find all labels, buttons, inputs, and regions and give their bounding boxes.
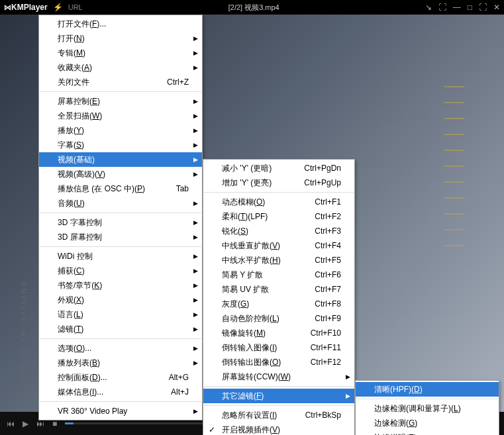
- video-menu-item-6[interactable]: 中线垂直扩散(V)Ctrl+F4: [203, 238, 354, 253]
- main-menu-item-0[interactable]: 打开文件(F)...: [39, 17, 202, 31]
- menu-shortcut: Ctrl+Z: [167, 77, 189, 87]
- fullscreen-icon[interactable]: ⛶: [479, 3, 487, 12]
- pin-icon[interactable]: ↘: [425, 3, 432, 12]
- main-menu-item-19[interactable]: 捕获(C)▶: [39, 264, 202, 278]
- menu-shortcut: Ctrl+PgUp: [304, 178, 341, 187]
- submenu-arrow-icon: ▶: [193, 142, 198, 148]
- main-menu-item-20[interactable]: 书签/章节(K)▶: [39, 278, 202, 293]
- submenu-arrow-icon: ▶: [193, 127, 198, 134]
- main-menu-item-16[interactable]: 3D 屏幕控制▶: [39, 230, 202, 244]
- menu-separator: [40, 246, 201, 247]
- video-menu-item-1[interactable]: 增加 'Y' (更亮)Ctrl+PgUp: [203, 175, 354, 190]
- main-menu-item-25[interactable]: 选项(O)...▶: [39, 341, 202, 356]
- menu-item-label: 媒体信息(I)...: [58, 387, 103, 398]
- main-menu-item-18[interactable]: WiDi 控制▶: [39, 249, 202, 264]
- video-menu-item-13[interactable]: 倒转输入图像(I)Ctrl+F11: [203, 340, 354, 355]
- menu-item-label: 简易 Y 扩散: [222, 269, 263, 281]
- menu-shortcut: Ctrl+PgDn: [304, 164, 341, 173]
- menu-item-label: 柔和(T)(LPF): [222, 211, 268, 222]
- main-menu-item-12[interactable]: 播放信息 (在 OSC 中)(P)Tab: [39, 181, 202, 196]
- video-menu-item-20[interactable]: ✓开启视频插件(V): [203, 422, 354, 435]
- main-menu-item-7[interactable]: 全景扫描(W)▶: [39, 109, 202, 123]
- menu-item-label: 灰度(G): [222, 299, 249, 310]
- video-menu-item-19[interactable]: 忽略所有设置(I)Ctrl+BkSp: [203, 408, 354, 422]
- menu-shortcut: Ctrl+F9: [315, 314, 341, 323]
- menu-item-label: 减小 'Y' (更暗): [222, 163, 272, 174]
- main-menu-item-11[interactable]: 视频(高级)(V)▶: [39, 167, 202, 181]
- side-branding: KMPlayer We All Enjoy!: [20, 282, 27, 395]
- restore-icon[interactable]: ⛶: [438, 3, 446, 12]
- play-icon[interactable]: ▶: [23, 419, 28, 428]
- minimize-icon[interactable]: —: [453, 3, 461, 12]
- menu-item-label: 中线水平扩散(H): [222, 255, 281, 266]
- filter-menu-item-0[interactable]: 清晰(HPF)(D): [356, 382, 499, 397]
- menu-item-label: 边缘增强(E): [374, 432, 417, 436]
- video-menu-item-12[interactable]: 镜像旋转(M)Ctrl+F10: [203, 326, 354, 340]
- main-menu-item-4[interactable]: 关闭文件Ctrl+Z: [39, 75, 202, 89]
- main-menu-item-28[interactable]: 媒体信息(I)...Alt+J: [39, 385, 202, 399]
- main-menu-item-30[interactable]: VR 360° Video Play▶: [39, 404, 202, 418]
- main-menu-item-10[interactable]: 视频(基础)▶: [39, 152, 202, 167]
- main-menu-item-8[interactable]: 播放(Y)▶: [39, 123, 202, 138]
- menu-shortcut: Ctrl+F5: [315, 256, 341, 265]
- submenu-arrow-icon: ▶: [193, 200, 198, 207]
- video-menu-item-9[interactable]: 简易 UV 扩散Ctrl+F7: [203, 282, 354, 297]
- video-menu-item-5[interactable]: 锐化(S)Ctrl+F3: [203, 224, 354, 238]
- main-menu-item-2[interactable]: 专辑(M)▶: [39, 46, 202, 60]
- submenu-arrow-icon: ▶: [193, 326, 198, 332]
- menu-item-label: 视频(高级)(V): [58, 169, 105, 180]
- window-controls: ↘ ⛶ — □ ⛶ ✕: [425, 3, 500, 12]
- main-menu-item-27[interactable]: 控制面板(D)...Alt+G: [39, 370, 202, 385]
- main-menu-item-23[interactable]: 滤镜(T)▶: [39, 322, 202, 336]
- video-menu-item-11[interactable]: 自动色阶控制(L)Ctrl+F9: [203, 311, 354, 326]
- url-label[interactable]: URL: [68, 3, 83, 11]
- menu-separator: [40, 338, 201, 339]
- prev-icon[interactable]: ⏮: [7, 419, 15, 428]
- maximize-icon[interactable]: □: [468, 3, 472, 12]
- video-menu-item-10[interactable]: 灰度(G)Ctrl+F8: [203, 297, 354, 311]
- video-menu-item-3[interactable]: 动态模糊(O)Ctrl+F1: [203, 195, 354, 209]
- video-menu-item-4[interactable]: 柔和(T)(LPF)Ctrl+F2: [203, 209, 354, 224]
- menu-item-label: 语言(L): [58, 309, 83, 320]
- menu-item-label: 滤镜(T): [58, 324, 83, 335]
- menu-item-label: 中线垂直扩散(V): [222, 240, 280, 252]
- window-title: [2/2] 视频3.mp4: [83, 3, 425, 13]
- main-menu-item-13[interactable]: 音频(U)▶: [39, 196, 202, 211]
- video-menu-item-14[interactable]: 倒转输出图像(O)Ctrl+F12: [203, 355, 354, 369]
- main-menu-item-3[interactable]: 收藏夹(A)▶: [39, 60, 202, 75]
- menu-item-label: 关闭文件: [58, 77, 89, 88]
- close-icon[interactable]: ✕: [493, 3, 500, 12]
- flash-icon[interactable]: ⚡: [53, 3, 63, 12]
- menu-item-label: WiDi 控制: [58, 251, 93, 262]
- menu-item-label: 增加 'Y' (更亮): [222, 177, 272, 189]
- filter-menu-item-3[interactable]: 边缘检测(G): [356, 416, 499, 430]
- menu-item-label: 外观(X): [58, 295, 84, 306]
- main-menu-item-9[interactable]: 字幕(S)▶: [39, 138, 202, 152]
- menu-item-label: 视频(基础): [58, 154, 95, 166]
- menu-shortcut: Ctrl+F1: [315, 197, 341, 207]
- filter-menu-item-4[interactable]: 边缘增强(E): [356, 430, 499, 435]
- video-menu-item-17[interactable]: 其它滤镜(F)▶: [203, 389, 354, 403]
- menu-item-label: 动态模糊(O): [222, 197, 265, 208]
- video-menu-item-7[interactable]: 中线水平扩散(H)Ctrl+F5: [203, 253, 354, 267]
- main-menu-item-22[interactable]: 语言(L)▶: [39, 307, 202, 322]
- submenu-arrow-icon: ▶: [193, 267, 198, 274]
- menu-item-label: 字幕(S): [58, 140, 84, 151]
- main-menu-item-1[interactable]: 打开(N)▶: [39, 31, 202, 46]
- menu-separator: [356, 399, 498, 399]
- video-menu-item-15[interactable]: 屏幕旋转(CCW)(W)▶: [203, 369, 354, 384]
- menu-shortcut: Ctrl+F2: [315, 212, 341, 221]
- menu-item-label: 3D 字幕控制: [58, 217, 102, 228]
- menu-item-label: 简易 UV 扩散: [222, 284, 269, 295]
- main-menu-item-21[interactable]: 外观(X)▶: [39, 293, 202, 307]
- main-menu-item-6[interactable]: 屏幕控制(E)▶: [39, 94, 202, 109]
- menu-item-label: 清晰(HPF)(D): [374, 384, 423, 395]
- video-menu-item-0[interactable]: 减小 'Y' (更暗)Ctrl+PgDn: [203, 161, 354, 175]
- menu-shortcut: Tab: [176, 184, 189, 193]
- main-menu-item-26[interactable]: 播放列表(B)▶: [39, 356, 202, 370]
- video-menu-item-8[interactable]: 简易 Y 扩散Ctrl+F6: [203, 267, 354, 282]
- main-menu-item-15[interactable]: 3D 字幕控制▶: [39, 215, 202, 230]
- filter-menu-item-2[interactable]: 边缘检测(调和量算子)(L): [356, 401, 499, 416]
- submenu-arrow-icon: ▶: [193, 50, 198, 56]
- submenu-arrow-icon: ▶: [193, 360, 198, 366]
